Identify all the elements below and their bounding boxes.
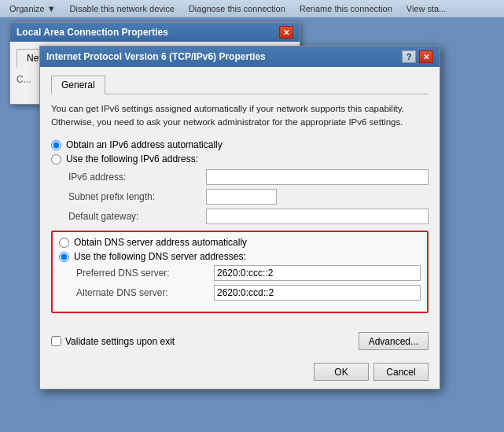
- preferred-dns-input[interactable]: [214, 265, 421, 281]
- default-gateway-input[interactable]: [206, 209, 429, 224]
- alternate-dns-label: Alternate DNS server:: [76, 287, 214, 298]
- rename-connection-btn[interactable]: Rename this connection: [293, 2, 399, 15]
- auto-dns-label: Obtain DNS server address automatically: [74, 237, 247, 248]
- bg-dialog-close-btn[interactable]: ✕: [279, 26, 293, 39]
- default-gateway-row: Default gateway:: [68, 209, 429, 224]
- validate-checkbox[interactable]: [51, 336, 61, 346]
- subnet-prefix-input[interactable]: [206, 189, 277, 205]
- alternate-dns-input[interactable]: [214, 285, 421, 301]
- main-dialog-title: Internet Protocol Version 6 (TCP/IPv6) P…: [46, 51, 266, 62]
- auto-address-label: Obtain an IPv6 address automatically: [66, 139, 223, 150]
- main-dialog-controls: ? ✕: [402, 50, 433, 63]
- main-dialog-close-btn[interactable]: ✕: [419, 50, 433, 63]
- ok-button[interactable]: OK: [314, 363, 369, 381]
- manual-address-radio-label[interactable]: Use the following IPv6 address:: [51, 153, 429, 164]
- general-tab[interactable]: General: [51, 76, 105, 94]
- ipv6-address-input[interactable]: [206, 169, 429, 185]
- auto-ipv6-section: Obtain an IPv6 address automatically Use…: [51, 139, 429, 164]
- advanced-button[interactable]: Advanced...: [359, 332, 429, 350]
- auto-dns-radio-label[interactable]: Obtain DNS server address automatically: [59, 237, 421, 248]
- alternate-dns-row: Alternate DNS server:: [76, 285, 421, 301]
- ipv6-fields: IPv6 address: Subnet prefix length: Defa…: [68, 169, 429, 224]
- bg-dialog-title: Local Area Connection Properties: [17, 27, 168, 38]
- auto-address-radio[interactable]: [51, 140, 61, 150]
- manual-address-radio[interactable]: [51, 154, 61, 164]
- preferred-dns-label: Preferred DNS server:: [76, 268, 214, 279]
- ipv6-properties-dialog: Internet Protocol Version 6 (TCP/IPv6) P…: [39, 46, 440, 390]
- auto-address-radio-label[interactable]: Obtain an IPv6 address automatically: [51, 139, 429, 150]
- disable-device-btn[interactable]: Disable this network device: [64, 2, 181, 15]
- diagnose-connection-btn[interactable]: Diagnose this connection: [182, 2, 292, 15]
- subnet-prefix-label: Subnet prefix length:: [68, 191, 206, 202]
- bg-dialog-titlebar: Local Area Connection Properties ✕: [10, 23, 300, 42]
- main-dialog-titlebar: Internet Protocol Version 6 (TCP/IPv6) P…: [40, 46, 440, 67]
- bg-dialog-controls: ✕: [279, 26, 293, 39]
- view-status-btn[interactable]: View sta...: [400, 2, 453, 15]
- ipv6-address-row: IPv6 address:: [68, 169, 429, 185]
- bottom-area: Validate settings upon exit Advanced...: [40, 329, 440, 358]
- subnet-prefix-row: Subnet prefix length:: [68, 189, 429, 205]
- auto-dns-radio[interactable]: [59, 238, 69, 248]
- manual-dns-label: Use the following DNS server addresses:: [74, 251, 246, 262]
- preferred-dns-row: Preferred DNS server:: [76, 265, 421, 281]
- dns-section: Obtain DNS server address automatically …: [51, 231, 429, 313]
- manual-dns-radio[interactable]: [59, 252, 69, 262]
- top-bar: Organize ▼ Disable this network device D…: [0, 0, 504, 17]
- default-gateway-label: Default gateway:: [68, 211, 206, 222]
- help-button[interactable]: ?: [402, 50, 416, 63]
- dns-fields: Preferred DNS server: Alternate DNS serv…: [76, 265, 421, 301]
- dialog-button-row: OK Cancel: [40, 358, 440, 389]
- info-text: You can get IPv6 settings assigned autom…: [51, 102, 429, 128]
- main-dialog-content: General You can get IPv6 settings assign…: [40, 67, 440, 329]
- manual-address-label: Use the following IPv6 address:: [66, 153, 198, 164]
- ipv6-address-label: IPv6 address:: [68, 172, 206, 183]
- manual-dns-radio-label[interactable]: Use the following DNS server addresses:: [59, 251, 421, 262]
- validate-label: Validate settings upon exit: [65, 336, 175, 347]
- validate-checkbox-label[interactable]: Validate settings upon exit: [51, 336, 175, 347]
- organize-menu[interactable]: Organize ▼: [3, 2, 62, 15]
- cancel-button[interactable]: Cancel: [373, 363, 429, 381]
- general-tab-strip: General: [51, 75, 429, 94]
